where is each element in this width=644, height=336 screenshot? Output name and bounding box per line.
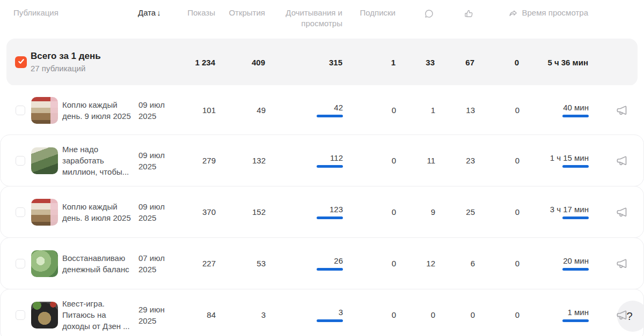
view-time-bar	[562, 115, 589, 117]
promote-cell	[589, 154, 643, 168]
comments-value: 1	[396, 106, 435, 115]
row-checkbox[interactable]	[16, 310, 25, 320]
table-row[interactable]: Квест-игра. Питаюсь на доходы от Дзен ..…	[0, 289, 644, 336]
row-checkbox[interactable]	[16, 156, 25, 166]
reads-value: 26	[334, 256, 343, 265]
table-row[interactable]: Мне надо заработать миллион, чтобы... 09…	[0, 135, 644, 186]
publication-date: 09 июл 2025	[138, 201, 188, 223]
column-header-shares[interactable]	[474, 8, 519, 19]
summary-comments: 33	[396, 58, 435, 67]
reads-metric: 3	[266, 308, 343, 322]
publication-title[interactable]: Коплю каждый день. 8 июля 2025	[62, 201, 138, 223]
summary-reads: 315	[265, 58, 342, 67]
thumbs-up-icon	[463, 8, 474, 19]
publication-thumbnail	[31, 199, 58, 226]
publication-title[interactable]: Восстанавливаю денежный баланс	[62, 252, 138, 275]
shares-value: 0	[475, 310, 519, 319]
reads-metric: 123	[266, 205, 343, 219]
impressions-value: 227	[188, 259, 216, 268]
table-row[interactable]: Коплю каждый день. 8 июля 2025 09 июл 20…	[0, 186, 644, 238]
shares-value: 0	[475, 156, 519, 165]
view-time-bar	[562, 319, 589, 322]
publication-thumbnail	[31, 250, 58, 277]
publication-list: Коплю каждый день. 9 июля 2025 09 июл 20…	[0, 85, 644, 336]
column-header-view-time[interactable]: Время просмотра	[519, 8, 588, 18]
reads-bar	[317, 115, 343, 117]
megaphone-icon[interactable]	[616, 154, 630, 168]
shares-value: 0	[475, 207, 519, 216]
publication-date: 07 июл 2025	[138, 252, 188, 275]
row-checkbox[interactable]	[16, 259, 25, 268]
megaphone-icon[interactable]	[616, 205, 630, 219]
table-row[interactable]: Коплю каждый день. 9 июля 2025 09 июл 20…	[0, 85, 644, 135]
checkbox-cell	[1, 156, 31, 166]
view-time-metric: 1 мин	[519, 308, 589, 322]
promote-cell	[589, 103, 643, 117]
thumbnail-cell	[31, 302, 62, 328]
view-time-value: 1 мин	[568, 308, 589, 317]
view-time-metric: 1 ч 15 мин	[519, 153, 589, 168]
reads-value: 42	[334, 103, 343, 112]
view-time-metric: 40 мин	[519, 103, 589, 117]
summary-opens: 409	[215, 58, 265, 67]
subscriptions-value: 0	[343, 310, 396, 319]
impressions-value: 84	[188, 310, 216, 319]
select-all-checkbox[interactable]	[15, 56, 27, 68]
publication-date: 09 июл 2025	[138, 99, 188, 122]
publication-thumbnail	[31, 97, 58, 124]
opens-value: 53	[216, 259, 266, 268]
opens-value: 132	[216, 156, 266, 165]
megaphone-icon[interactable]	[616, 257, 630, 271]
subscriptions-value: 0	[343, 106, 396, 115]
reads-bar	[317, 319, 343, 322]
publication-title[interactable]: Квест-игра. Питаюсь на доходы от Дзен ..…	[62, 298, 138, 332]
comment-bubble-icon	[423, 8, 435, 19]
megaphone-icon[interactable]	[616, 103, 630, 117]
view-time-bar	[562, 216, 589, 219]
column-header-likes[interactable]	[435, 8, 474, 19]
comments-value: 0	[396, 310, 435, 319]
reads-bar	[317, 165, 343, 168]
column-header-date-label: Дата	[138, 8, 156, 17]
publication-date: 29 июн 2025	[138, 304, 188, 326]
column-header-publication[interactable]: Публикация	[0, 8, 138, 18]
reads-bar	[317, 216, 343, 219]
checkbox-cell	[1, 207, 31, 217]
summary-title: Всего за 1 день	[31, 50, 187, 62]
publication-title[interactable]: Коплю каждый день. 9 июля 2025	[62, 99, 138, 122]
row-checkbox[interactable]	[16, 207, 25, 217]
publication-title[interactable]: Мне надо заработать миллион, чтобы...	[62, 144, 138, 177]
column-header-subscriptions[interactable]: Подписки	[342, 8, 396, 18]
reads-metric: 26	[266, 256, 343, 271]
reads-value: 123	[330, 205, 343, 214]
reads-metric: 42	[266, 103, 343, 117]
promote-cell	[589, 205, 643, 219]
summary-impressions: 1 234	[187, 58, 215, 67]
table-row[interactable]: Восстанавливаю денежный баланс 07 июл 20…	[0, 237, 644, 289]
summary-subtitle: 27 публикаций	[31, 63, 187, 74]
opens-value: 3	[216, 310, 266, 319]
view-time-value: 1 ч 15 мин	[550, 153, 589, 162]
column-header-date[interactable]: Дата↓	[138, 8, 187, 18]
thumbnail-cell	[31, 147, 62, 174]
shares-value: 0	[475, 259, 519, 268]
column-header-impressions[interactable]: Показы	[187, 8, 215, 18]
comments-value: 12	[396, 259, 435, 268]
impressions-value: 370	[188, 207, 216, 216]
checkbox-cell	[1, 310, 31, 320]
thumbnail-cell	[31, 97, 62, 124]
reads-value: 3	[339, 308, 343, 317]
thumbnail-cell	[31, 199, 62, 226]
row-checkbox[interactable]	[16, 106, 25, 115]
column-header-reads[interactable]: Дочитывания и просмотры	[265, 8, 342, 29]
reads-value: 112	[330, 153, 343, 162]
summary-row: Всего за 1 день 27 публикаций 1 234 409 …	[6, 39, 638, 86]
subscriptions-value: 0	[343, 156, 396, 165]
megaphone-icon[interactable]	[616, 308, 630, 322]
column-header-opens[interactable]: Открытия	[215, 8, 265, 18]
likes-value: 13	[435, 106, 475, 115]
checkbox-cell	[1, 106, 31, 115]
column-header-comments[interactable]	[396, 8, 435, 19]
table-header: Публикация Дата↓ Показы Открытия Дочитыв…	[0, 0, 644, 39]
likes-value: 25	[435, 207, 475, 216]
